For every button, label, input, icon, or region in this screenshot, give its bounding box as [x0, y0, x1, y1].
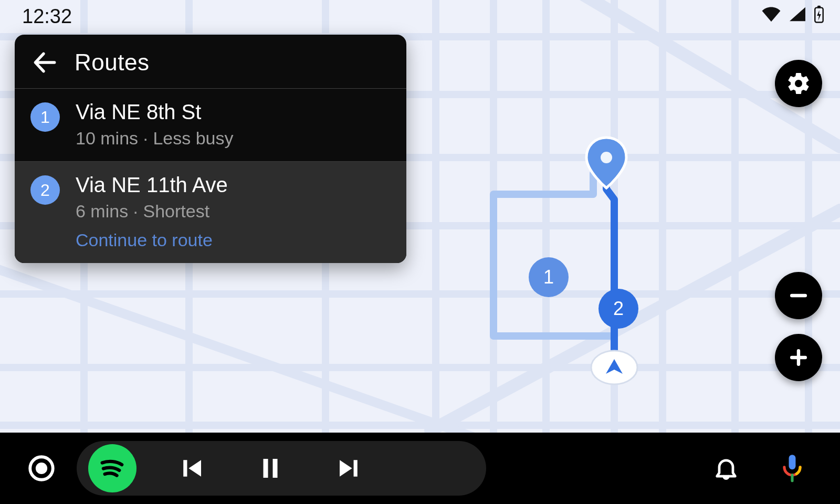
- map-marker-1: 1: [529, 257, 569, 297]
- circle-icon: [26, 453, 57, 484]
- back-button[interactable]: [30, 48, 59, 77]
- pause-icon: [256, 454, 285, 482]
- status-time: 12:32: [22, 5, 72, 28]
- svg-rect-39: [789, 455, 796, 469]
- svg-rect-28: [817, 6, 821, 8]
- svg-rect-35: [183, 460, 187, 477]
- svg-text:2: 2: [613, 298, 624, 319]
- battery-icon: [814, 5, 824, 23]
- route-title: Via NE 11th Ave: [76, 173, 228, 197]
- routes-panel: Routes 1 Via NE 8th St 10 mins · Less bu…: [15, 35, 406, 263]
- wifi-icon: [761, 6, 781, 22]
- status-bar: 12:32: [0, 0, 840, 32]
- svg-rect-38: [354, 460, 358, 477]
- plus-icon: [786, 345, 811, 370]
- gear-icon: [786, 71, 811, 96]
- media-app-button[interactable]: [88, 444, 136, 492]
- bell-icon: [712, 455, 740, 482]
- zoom-out-button[interactable]: [775, 272, 822, 319]
- route-item-1[interactable]: 1 Via NE 8th St 10 mins · Less busy: [15, 89, 406, 161]
- settings-button[interactable]: [775, 60, 822, 107]
- svg-rect-36: [264, 459, 268, 478]
- route-subtitle: 10 mins · Less busy: [76, 128, 233, 149]
- route-subtitle: 6 mins · Shortest: [76, 201, 228, 222]
- svg-rect-37: [273, 459, 278, 478]
- bottom-bar: [0, 433, 840, 504]
- svg-rect-30: [790, 294, 807, 297]
- minus-icon: [786, 283, 811, 308]
- routes-header: Routes: [15, 35, 406, 89]
- arrow-left-icon: [32, 49, 58, 76]
- launcher-button[interactable]: [23, 450, 60, 487]
- svg-rect-32: [797, 349, 800, 366]
- route-title: Via NE 8th St: [76, 100, 233, 124]
- notifications-button[interactable]: [708, 450, 744, 487]
- zoom-in-button[interactable]: [775, 334, 822, 381]
- status-icons: [761, 5, 824, 23]
- current-location-marker: [591, 351, 637, 384]
- media-controls: [77, 441, 486, 496]
- route-badge: 1: [30, 102, 60, 132]
- map-marker-2: 2: [598, 289, 638, 329]
- route-badge: 2: [30, 175, 60, 205]
- signal-icon: [789, 6, 806, 22]
- spotify-icon: [95, 451, 130, 486]
- svg-point-34: [36, 463, 47, 474]
- mic-icon: [779, 454, 806, 483]
- panel-title: Routes: [75, 49, 149, 76]
- skip-previous-icon: [177, 454, 206, 482]
- previous-track-button[interactable]: [168, 445, 215, 492]
- route-item-2[interactable]: 2 Via NE 11th Ave 6 mins · Shortest Cont…: [15, 161, 406, 263]
- pause-button[interactable]: [247, 445, 294, 492]
- svg-point-21: [601, 152, 612, 163]
- next-track-button[interactable]: [326, 445, 373, 492]
- voice-assistant-button[interactable]: [774, 450, 811, 487]
- continue-to-route-link[interactable]: Continue to route: [76, 230, 228, 250]
- skip-next-icon: [335, 454, 363, 482]
- svg-text:1: 1: [543, 266, 554, 288]
